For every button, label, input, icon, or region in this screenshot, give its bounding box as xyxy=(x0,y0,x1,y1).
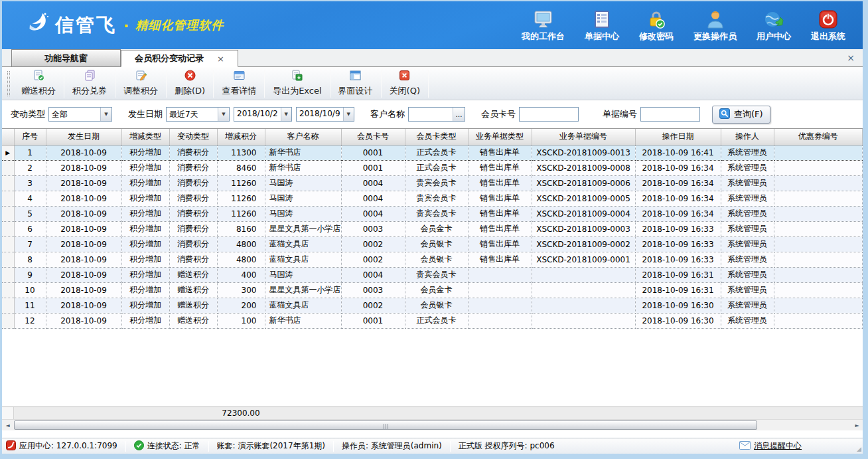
toolbar-button-redeem-coupon-pages[interactable]: 积分兑券 xyxy=(64,68,115,99)
toolbar-button-export-excel[interactable]: 导出为Excel xyxy=(265,68,329,99)
nav-workstation-monitor[interactable]: 我的工作台 xyxy=(522,8,565,43)
column-header[interactable]: 优惠券编号 xyxy=(774,129,863,145)
toolbar-button-view-details-window[interactable]: 查看详情 xyxy=(214,68,264,99)
table-cell: 400 xyxy=(217,267,265,282)
chevron-down-icon[interactable]: ▼ xyxy=(100,108,111,121)
tab-function-navigator[interactable]: 功能导航窗 xyxy=(11,49,121,66)
toolbar-button-label: 删除(D) xyxy=(175,85,205,97)
scrollbar-thumb[interactable] xyxy=(14,420,757,430)
doc-no-input[interactable] xyxy=(640,107,700,122)
row-indicator xyxy=(2,298,14,313)
table-cell: 0002 xyxy=(341,252,405,267)
column-header[interactable]: 业务单据类型 xyxy=(468,129,532,145)
query-button[interactable]: 查询(F) xyxy=(712,106,770,124)
column-header[interactable]: 业务单据编号 xyxy=(532,129,635,145)
table-cell: 2018-10-09 xyxy=(46,175,121,191)
message-center-link[interactable]: 消息提醒中心 xyxy=(739,440,802,452)
table-row[interactable]: 62018-10-09积分增加消费积分8160星星文具第一小学店0003会员金卡… xyxy=(2,221,863,236)
table-cell: 贵宾会员卡 xyxy=(405,267,468,282)
table-cell: 会员银卡 xyxy=(405,252,468,267)
table-cell: 销售出库单 xyxy=(468,236,532,252)
table-cell: 积分增加 xyxy=(121,252,169,267)
table-row[interactable]: 52018-10-09积分增加消费积分11260马国涛0004贵宾会员卡销售出库… xyxy=(2,206,863,221)
change-type-select[interactable]: 全部 ▼ xyxy=(48,107,112,122)
table-row[interactable]: 42018-10-09积分增加消费积分11260马国涛0004贵宾会员卡销售出库… xyxy=(2,191,863,206)
table-row[interactable]: 72018-10-09积分增加消费积分4800蓝猫文具店0002会员银卡销售出库… xyxy=(2,236,863,252)
toolbar-drag-handle-icon[interactable] xyxy=(7,71,10,96)
row-indicator: ▶ xyxy=(2,145,14,160)
table-row[interactable]: 122018-10-09积分增加赠送积分100新华书店0001正式会员卡2018… xyxy=(2,313,863,328)
ellipsis-lookup-icon[interactable]: … xyxy=(453,108,465,121)
customer-name-input[interactable] xyxy=(409,108,453,121)
table-cell: 正式会员卡 xyxy=(405,313,468,328)
chevron-down-icon[interactable]: ▼ xyxy=(343,108,354,121)
records-table: 序号发生日期增减类型变动类型增减积分客户名称会员卡号会员卡类型业务单据类型业务单… xyxy=(2,129,863,329)
table-cell: XSCKD-20181009-0006 xyxy=(532,175,635,191)
table-cell xyxy=(774,252,863,267)
nav-user-center-globe[interactable]: 用户中心 xyxy=(757,8,791,43)
nav-item-label: 单据中心 xyxy=(585,31,619,43)
resize-grip-icon[interactable]: ◢ xyxy=(857,446,861,452)
column-header[interactable]: 客户名称 xyxy=(265,129,341,145)
toolbar-button-close-panel[interactable]: 关闭(Q) xyxy=(382,68,428,99)
column-header[interactable]: 序号 xyxy=(14,129,46,145)
column-header[interactable]: 会员卡号 xyxy=(341,129,405,145)
app-subtitle: 精细化管理软件 xyxy=(135,17,224,33)
tabstrip-close-icon[interactable]: × xyxy=(847,52,855,63)
date-range-select[interactable]: 最近7天 ▼ xyxy=(166,107,230,122)
table-cell: 消费积分 xyxy=(169,206,217,221)
table-row[interactable]: 32018-10-09积分增加消费积分11260马国涛0004贵宾会员卡销售出库… xyxy=(2,175,863,191)
nav-document-center[interactable]: 单据中心 xyxy=(585,8,619,43)
toolbar-button-delete[interactable]: 删除(D) xyxy=(167,68,213,99)
nav-exit-system-power[interactable]: 退出系统 xyxy=(811,8,845,43)
column-header[interactable]: 增减积分 xyxy=(217,129,265,145)
table-cell: 5 xyxy=(14,206,46,221)
scroll-right-arrow-icon[interactable]: ► xyxy=(851,420,863,430)
table-cell: 2018-10-09 16:41 xyxy=(635,145,721,160)
change-type-value: 全部 xyxy=(49,108,100,121)
chevron-down-icon[interactable]: ▼ xyxy=(218,108,229,121)
tab-member-points-record[interactable]: 会员积分变动记录 × xyxy=(121,50,238,67)
chevron-down-icon[interactable]: ▼ xyxy=(281,108,291,121)
toolbar-separator xyxy=(428,70,429,98)
tab-close-icon[interactable]: × xyxy=(217,54,224,64)
app-logo-icon xyxy=(22,11,50,39)
nav-switch-operator-person[interactable]: 更换操作员 xyxy=(693,8,737,43)
column-header[interactable]: 操作日期 xyxy=(635,129,721,145)
filter-bar: 变动类型 全部 ▼ 发生日期 最近7天 ▼ 2018/10/2 ▼ 2018/1… xyxy=(2,100,863,128)
status-operator: 操作员: 系统管理员(admin) xyxy=(342,440,442,452)
table-row[interactable]: 102018-10-09积分增加赠送积分300星星文具第一小学店0003会员金卡… xyxy=(2,282,863,298)
date-from-picker[interactable]: 2018/10/2 ▼ xyxy=(234,107,292,122)
table-cell: 积分增加 xyxy=(121,191,169,206)
column-header[interactable]: 变动类型 xyxy=(169,129,217,145)
table-cell: 8 xyxy=(14,252,46,267)
horizontal-scrollbar[interactable]: ◄ ► xyxy=(2,419,863,430)
table-cell: 星星文具第一小学店 xyxy=(265,221,341,236)
column-header[interactable]: 操作人 xyxy=(721,129,774,145)
column-header[interactable]: 发生日期 xyxy=(46,129,121,145)
scroll-left-arrow-icon[interactable]: ◄ xyxy=(2,420,13,430)
table-row[interactable]: ▶12018-10-09积分增加消费积分11300新华书店0001正式会员卡销售… xyxy=(2,145,863,160)
table-cell: 6 xyxy=(14,221,46,236)
toolbar-button-ui-design-window[interactable]: 界面设计 xyxy=(330,68,381,99)
scrollbar-grip-icon xyxy=(383,419,389,432)
column-header[interactable]: 增减类型 xyxy=(121,129,169,145)
table-row[interactable]: 22018-10-09积分增加消费积分8460新华书店0001正式会员卡销售出库… xyxy=(2,160,863,175)
table-cell xyxy=(468,313,532,328)
table-row[interactable]: 92018-10-09积分增加赠送积分400马国涛0004贵宾会员卡2018-1… xyxy=(2,267,863,282)
table-cell: 销售出库单 xyxy=(468,191,532,206)
column-header[interactable]: 会员卡类型 xyxy=(405,129,468,145)
toolbar-button-adjust-points-edit[interactable]: 调整积分 xyxy=(115,68,166,99)
toolbar-button-label: 积分兑券 xyxy=(72,85,107,97)
table-cell: 系统管理员 xyxy=(721,236,774,252)
table-cell: 11260 xyxy=(217,206,265,221)
table-row[interactable]: 112018-10-09积分增加赠送积分200蓝猫文具店0002会员银卡2018… xyxy=(2,298,863,313)
table-row[interactable]: 82018-10-09积分增加消费积分4800蓝猫文具店0002会员银卡销售出库… xyxy=(2,252,863,267)
table-cell: 赠送积分 xyxy=(169,282,217,298)
card-no-input[interactable] xyxy=(519,107,579,122)
date-to-picker[interactable]: 2018/10/9 ▼ xyxy=(296,107,354,122)
toolbar-button-gift-points-page-check[interactable]: 赠送积分 xyxy=(13,68,64,99)
toolbar: 赠送积分积分兑券调整积分删除(D)查看详情导出为Excel界面设计关闭(Q) xyxy=(2,67,863,100)
table-cell xyxy=(532,298,635,313)
nav-change-password-lock[interactable]: 修改密码 xyxy=(639,8,674,43)
